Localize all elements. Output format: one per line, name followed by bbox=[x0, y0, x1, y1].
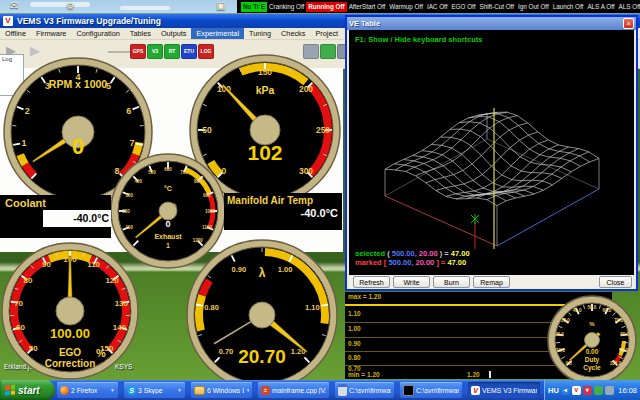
group-expand-icon[interactable]: ▼ bbox=[246, 387, 249, 393]
lambda-tick-label: 0.80 bbox=[204, 303, 219, 312]
cloud bbox=[30, 2, 90, 7]
menu-item-tables[interactable]: Tables bbox=[125, 28, 156, 39]
ve-table-3d-view[interactable]: F1: Show / Hide keyboard shortcuts selec… bbox=[349, 30, 634, 275]
close-button[interactable]: Close bbox=[599, 276, 632, 288]
gridline-label: 0.90 bbox=[348, 340, 361, 347]
coolant-display: Coolant -40.0°C bbox=[0, 195, 111, 238]
group-expand-icon[interactable]: ▼ bbox=[110, 387, 115, 393]
desktop-icon-window[interactable]: ▣ bbox=[216, 0, 225, 11]
tray-volume-icon[interactable] bbox=[605, 386, 614, 395]
gridline-label: 1.10 bbox=[348, 310, 361, 317]
egt-tick-label: 700 bbox=[180, 170, 188, 175]
taskbar-button-7[interactable]: VVEMS V3 Firmwar... bbox=[468, 382, 540, 398]
taskbar-button-3[interactable]: 6 Windows Expl...▼ bbox=[191, 382, 252, 398]
rpm-value: 0 bbox=[72, 134, 84, 159]
write-button[interactable]: Write bbox=[393, 276, 430, 288]
desktop-icon-gear[interactable]: ⚙ bbox=[66, 0, 75, 11]
min-label: min = 1.20 bbox=[348, 371, 380, 378]
taskbar-button-6[interactable]: C:\svn\firmware\... bbox=[400, 382, 462, 398]
taskbar-button-5[interactable]: C:\svn\firmware\... bbox=[335, 382, 394, 398]
duty-label1: Duty bbox=[585, 356, 600, 364]
status-chip: Cranking Off bbox=[267, 2, 306, 12]
egt-value: 0 bbox=[165, 219, 170, 229]
rpm-tick-label: 2 bbox=[25, 106, 30, 116]
ego-tick-label: 140 bbox=[113, 323, 127, 332]
ve-table-titlebar[interactable]: VE Table × bbox=[347, 17, 636, 30]
rpm-tick-label: 7 bbox=[129, 138, 134, 148]
remap-button[interactable]: Remap bbox=[473, 276, 510, 288]
language-indicator[interactable]: HU bbox=[548, 386, 559, 395]
ego-tick-label: 70 bbox=[14, 299, 23, 308]
egt-unit: °C bbox=[164, 185, 172, 192]
marked-line: marked [ 500.00, 20.00 ] = 47.00 bbox=[355, 258, 470, 267]
ego-tick-label: 50 bbox=[29, 344, 38, 353]
duty-value: 0.00 bbox=[586, 348, 599, 355]
window-title: VEMS V3 Firmware Upgrade/Tuning bbox=[17, 16, 161, 26]
desktop-icon-mail[interactable]: ✉ bbox=[10, 0, 18, 11]
rpm-tick-label: 1 bbox=[22, 138, 27, 148]
refresh-button[interactable]: Refresh bbox=[353, 276, 390, 288]
menu-item-project[interactable]: Project bbox=[310, 28, 343, 39]
ve-table-window[interactable]: VE Table × F1: Show / Hide keyboard shor… bbox=[345, 15, 638, 291]
mat-label: Manifold Air Temp bbox=[224, 193, 342, 206]
ego-unit: % bbox=[96, 347, 106, 359]
toolbar-icon-rt[interactable]: RT bbox=[164, 44, 180, 59]
duty-tick-label: 50.0 bbox=[588, 305, 597, 310]
menu-item-offline[interactable]: Offline bbox=[0, 28, 31, 39]
duty-label2: Cycle bbox=[583, 364, 601, 372]
mat-value: -40.0°C bbox=[224, 207, 342, 219]
lambda-tick-label: 1.00 bbox=[278, 265, 293, 274]
tray-green-icon[interactable] bbox=[594, 386, 603, 395]
tray-back-icon[interactable]: ◂ bbox=[561, 386, 570, 395]
selected-line: selected ( 500.00, 20.00 ) = 47.00 bbox=[355, 249, 470, 258]
menu-item-firmware[interactable]: Firmware bbox=[31, 28, 71, 39]
tray-vems-icon[interactable]: V bbox=[572, 386, 581, 395]
skype-icon: S bbox=[127, 386, 136, 395]
map-value: 102 bbox=[247, 141, 282, 164]
lambda-value: 20.70 bbox=[238, 346, 286, 367]
status-chip: EGO Off bbox=[449, 2, 477, 12]
menu-item-outputs[interactable]: Outputs bbox=[156, 28, 192, 39]
status-chip: No Tr E bbox=[241, 2, 267, 12]
taskbar-button-1[interactable]: 2 Firefox▼ bbox=[57, 382, 118, 398]
lambda-gauge: 0.700.800.901.001.101.20λ20.70 bbox=[184, 237, 340, 397]
ego-tick-label: 90 bbox=[42, 260, 51, 269]
menu-item-experimental[interactable]: Experimental bbox=[191, 28, 244, 39]
folder-icon bbox=[194, 386, 205, 395]
ego-label1: EGO bbox=[59, 347, 81, 358]
ve-surface-wireframe[interactable] bbox=[349, 30, 634, 275]
status-chip: ALS A Off bbox=[585, 2, 616, 12]
group-expand-icon[interactable]: ▼ bbox=[177, 387, 182, 393]
egt-tick-label: 1000 bbox=[205, 209, 216, 214]
menu-item-configuration[interactable]: Configuration bbox=[71, 28, 124, 39]
close-icon[interactable]: × bbox=[623, 18, 634, 29]
status-chip: Ign Out Off bbox=[516, 2, 551, 12]
egt-tick-label: 600 bbox=[164, 167, 172, 172]
duty-tick-label: 10.0 bbox=[556, 348, 565, 353]
windows-flag-icon bbox=[5, 384, 15, 395]
menu-item-tuning[interactable]: Tuning bbox=[244, 28, 276, 39]
code-icon: ± bbox=[261, 386, 270, 395]
taskbar-button-4[interactable]: ±mainframe.cpp [V... bbox=[258, 382, 329, 398]
menu-item-checks[interactable]: Checks bbox=[276, 28, 310, 39]
lambda-tick-label: 1.10 bbox=[305, 303, 320, 312]
lambda-symbol: λ bbox=[259, 266, 266, 280]
ve-selected-readout: selected ( 500.00, 20.00 ) = 47.00 marke… bbox=[355, 249, 470, 267]
egt-tick-label: 1100 bbox=[202, 225, 212, 230]
duty-tick-label: 40.0 bbox=[573, 308, 582, 313]
rpm-tick-label: 6 bbox=[126, 106, 131, 116]
gridline-label: 1.00 bbox=[348, 325, 361, 332]
duty-tick-label: 80.0 bbox=[620, 332, 629, 337]
start-button[interactable]: start bbox=[0, 380, 55, 400]
taskbar-button-2[interactable]: S3 Skype▼ bbox=[124, 382, 185, 398]
tray-shield-icon[interactable]: ▾ bbox=[583, 386, 592, 395]
vems-logo-icon: V bbox=[3, 16, 13, 26]
map-tick-label: 200 bbox=[299, 84, 313, 94]
duty-tick-label: 30.0 bbox=[561, 318, 570, 323]
status-chip: AfterStart Off bbox=[347, 2, 388, 12]
cloud bbox=[120, 6, 170, 10]
burn-button[interactable]: Burn bbox=[433, 276, 470, 288]
gridline-label: 0.80 bbox=[348, 354, 361, 361]
coolant-label: Coolant bbox=[0, 195, 111, 209]
taskbar: start 2 Firefox▼S3 Skype▼6 Windows Expl.… bbox=[0, 380, 640, 400]
